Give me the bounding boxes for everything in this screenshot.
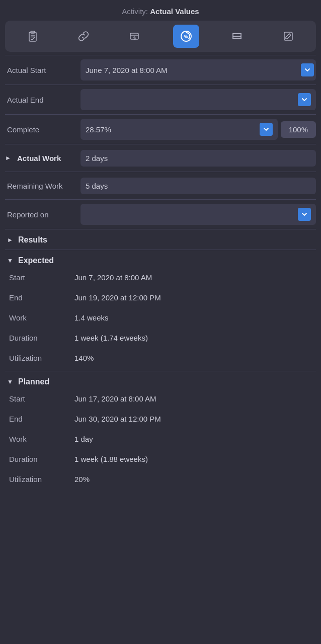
expected-work-label: Work xyxy=(9,313,74,322)
expected-start-label: Start xyxy=(9,273,74,282)
planned-utilization-value: 20% xyxy=(74,475,316,484)
actual-end-section: Actual End xyxy=(5,85,316,114)
toolbar-clipboard-button[interactable] xyxy=(20,25,46,48)
planned-utilization-row: Utilization 20% xyxy=(5,472,316,492)
expected-section-header[interactable]: ▼ Expected xyxy=(5,250,316,270)
toolbar-edit-button[interactable] xyxy=(275,25,301,48)
planned-end-label: End xyxy=(9,415,74,423)
toolbar: $ % xyxy=(5,21,316,52)
actual-work-expand-icon[interactable]: ► xyxy=(5,154,17,162)
planned-section-header[interactable]: ▼ Planned xyxy=(5,371,316,391)
page-title: Activity: Actual Values xyxy=(0,0,321,21)
expected-work-value: 1.4 weeks xyxy=(74,313,316,322)
actual-work-value: 2 days xyxy=(81,150,316,167)
expected-end-value: Jun 19, 2020 at 12:00 PM xyxy=(74,293,316,302)
expected-start-row: Start Jun 7, 2020 at 8:00 AM xyxy=(5,270,316,290)
content-area: Actual Start June 7, 2020 at 8:00 AM Act… xyxy=(0,55,321,492)
expected-work-row: Work 1.4 weeks xyxy=(5,310,316,331)
complete-row: Complete 28.57% 100% xyxy=(5,117,316,142)
actual-work-section: ► Actual Work 2 days xyxy=(5,144,316,172)
planned-expand-icon: ▼ xyxy=(7,378,18,385)
planned-duration-value: 1 week (1.88 eweeks) xyxy=(74,455,316,463)
actual-start-row: Actual Start June 7, 2020 at 8:00 AM xyxy=(5,57,316,83)
planned-start-label: Start xyxy=(9,394,74,403)
planned-start-value: Jun 17, 2020 at 8:00 AM xyxy=(74,394,316,403)
toolbar-percent-button[interactable]: % xyxy=(173,25,199,48)
reported-on-dropdown-button[interactable] xyxy=(298,208,311,221)
planned-utilization-label: Utilization xyxy=(9,475,74,484)
planned-section-title: Planned xyxy=(18,377,49,386)
planned-start-row: Start Jun 17, 2020 at 8:00 AM xyxy=(5,391,316,412)
expected-expand-icon: ▼ xyxy=(7,257,18,264)
svg-text:$: $ xyxy=(133,36,136,41)
planned-end-row: End Jun 30, 2020 at 12:00 PM xyxy=(5,412,316,432)
planned-duration-row: Duration 1 week (1.88 eweeks) xyxy=(5,452,316,472)
reported-on-row: Reported on xyxy=(5,202,316,227)
expected-end-row: End Jun 19, 2020 at 12:00 PM xyxy=(5,290,316,310)
actual-start-value[interactable]: June 7, 2020 at 8:00 AM xyxy=(81,59,316,80)
results-expand-icon: ► xyxy=(7,236,18,244)
expected-end-label: End xyxy=(9,293,74,302)
reported-on-value[interactable] xyxy=(81,204,316,225)
actual-end-label: Actual End xyxy=(5,96,81,104)
expected-section-title: Expected xyxy=(18,256,54,265)
actual-end-row: Actual End xyxy=(5,87,316,112)
toolbar-dollar-button[interactable]: $ xyxy=(122,25,148,48)
complete-percent-dropdown-button[interactable] xyxy=(260,123,273,136)
toolbar-link-button[interactable] xyxy=(70,25,97,48)
actual-start-section: Actual Start June 7, 2020 at 8:00 AM xyxy=(5,55,316,85)
expected-section-body: Start Jun 7, 2020 at 8:00 AM End Jun 19,… xyxy=(5,270,316,371)
reported-on-section: Reported on xyxy=(5,199,316,229)
remaining-work-section: Remaining Work 5 days xyxy=(5,172,316,199)
actual-start-label: Actual Start xyxy=(5,66,81,74)
planned-work-label: Work xyxy=(9,435,74,443)
expected-utilization-label: Utilization xyxy=(9,354,74,362)
results-section-title: Results xyxy=(18,235,47,245)
expected-start-value: Jun 7, 2020 at 8:00 AM xyxy=(74,273,316,282)
expected-duration-value: 1 week (1.74 eweeks) xyxy=(74,334,316,342)
expected-duration-label: Duration xyxy=(9,334,74,342)
planned-work-value: 1 day xyxy=(74,435,316,443)
actual-start-dropdown-button[interactable] xyxy=(301,63,314,76)
planned-duration-label: Duration xyxy=(9,455,74,463)
expected-duration-row: Duration 1 week (1.74 eweeks) xyxy=(5,331,316,351)
planned-work-row: Work 1 day xyxy=(5,432,316,452)
reported-on-label: Reported on xyxy=(5,210,81,219)
complete-label: Complete xyxy=(5,125,81,134)
remaining-work-row: Remaining Work 5 days xyxy=(5,174,316,197)
complete-100-button[interactable]: 100% xyxy=(281,121,316,138)
actual-work-row: ► Actual Work 2 days xyxy=(5,146,316,170)
planned-section-body: Start Jun 17, 2020 at 8:00 AM End Jun 30… xyxy=(5,391,316,492)
expected-utilization-row: Utilization 140% xyxy=(5,351,316,371)
complete-section: Complete 28.57% 100% xyxy=(5,114,316,144)
results-section-header[interactable]: ► Results xyxy=(5,229,316,250)
remaining-work-label: Remaining Work xyxy=(5,182,81,190)
actual-end-dropdown-button[interactable] xyxy=(298,93,311,106)
planned-end-value: Jun 30, 2020 at 12:00 PM xyxy=(74,415,316,423)
actual-end-value[interactable] xyxy=(81,89,316,110)
svg-text:%: % xyxy=(184,34,188,39)
expected-utilization-value: 140% xyxy=(74,354,316,362)
toolbar-list-button[interactable] xyxy=(224,25,250,48)
complete-percent-value[interactable]: 28.57% xyxy=(81,119,278,140)
remaining-work-value: 5 days xyxy=(81,178,316,194)
